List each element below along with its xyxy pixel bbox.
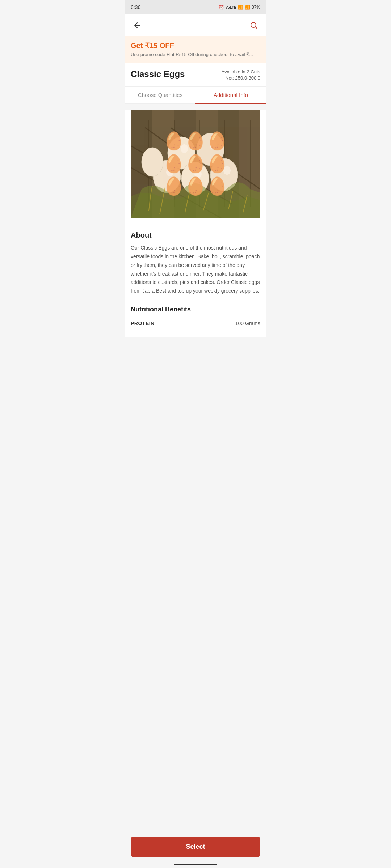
product-image [131, 110, 260, 218]
nutrition-row-protein: PROTEIN 100 Grams [131, 318, 260, 329]
svg-point-18 [181, 144, 188, 153]
back-button[interactable] [131, 19, 144, 32]
product-net: Net: 250.0-300.0 [222, 75, 260, 81]
product-availability: Available in 2 Cuts [222, 69, 260, 75]
product-name: Classic Eggs [131, 69, 185, 79]
promo-title: Get ₹15 OFF [131, 41, 260, 50]
promo-description: Use promo code Flat Rs15 Off during chec… [131, 51, 260, 58]
about-section: About Our Classic Eggs are one of the mo… [125, 224, 266, 303]
search-button[interactable] [247, 19, 260, 32]
nutrition-title: Nutritional Benefits [131, 306, 260, 313]
about-text: Our Classic Eggs are one of the most nut… [131, 244, 260, 295]
tab-choose-quantities[interactable]: Choose Quantities [125, 87, 196, 103]
nutrition-section: Nutritional Benefits PROTEIN 100 Grams [125, 303, 266, 337]
status-icons: ⏰ VoLTE 📶 📶 37% [219, 5, 260, 10]
status-time: 6:36 [131, 4, 140, 10]
content-area: About Our Classic Eggs are one of the mo… [125, 110, 266, 373]
product-info: Classic Eggs Available in 2 Cuts Net: 25… [125, 63, 266, 87]
alarm-icon: ⏰ [219, 5, 224, 10]
nutrition-value-protein: 100 Grams [235, 320, 260, 326]
nutrition-label-protein: PROTEIN [131, 320, 155, 326]
svg-point-17 [168, 137, 195, 169]
battery-indicator: 37% [252, 5, 260, 10]
tabs-container: Choose Quantities Additional Info [125, 87, 266, 104]
svg-point-20 [210, 141, 217, 149]
about-title: About [131, 231, 260, 239]
tab-additional-info[interactable]: Additional Info [196, 87, 266, 103]
status-bar: 6:36 ⏰ VoLTE 📶 📶 37% [125, 0, 266, 14]
svg-point-24 [194, 170, 202, 178]
bottom-spacer [125, 337, 266, 373]
volte-indicator: VoLTE [226, 5, 236, 9]
signal-icon: 📶 [245, 5, 250, 10]
svg-point-26 [223, 166, 231, 175]
svg-point-19 [197, 133, 224, 166]
promo-banner: Get ₹15 OFF Use promo code Flat Rs15 Off… [125, 36, 266, 63]
svg-point-23 [181, 162, 209, 195]
svg-point-27 [142, 148, 163, 176]
product-meta: Available in 2 Cuts Net: 250.0-300.0 [222, 69, 260, 81]
header [125, 14, 266, 36]
wifi-icon: 📶 [238, 5, 243, 10]
svg-point-22 [166, 168, 173, 176]
